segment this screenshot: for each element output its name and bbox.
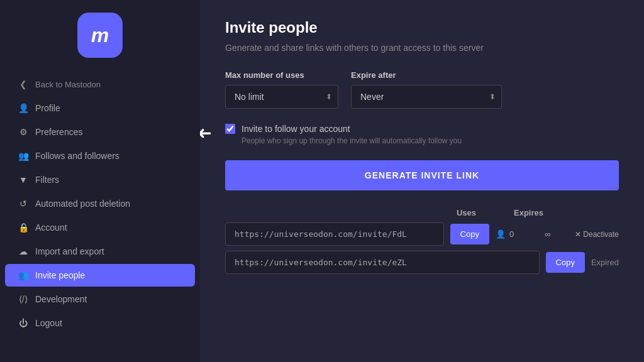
nav-label-auto-delete: Automated post deletion <box>35 199 130 209</box>
arrow-annotation-icon: ➜ <box>200 123 212 143</box>
sidebar-item-filters[interactable]: ▼Filters <box>5 168 195 191</box>
page-subtitle: Generate and share links with others to … <box>225 43 619 53</box>
sidebar-item-logout[interactable]: ⏻Logout <box>5 312 195 334</box>
nav-label-logout: Logout <box>35 318 62 328</box>
sidebar-item-back[interactable]: ❮Back to Mastodon <box>5 73 195 96</box>
nav-label-profile: Profile <box>35 103 60 113</box>
uses-value: 0 <box>509 229 514 239</box>
nav-icon-development: ⟨/⟩ <box>18 294 29 304</box>
deactivate-button-0[interactable]: ✕ Deactivate <box>575 230 619 239</box>
invite-meta-0: 👤0∞✕ Deactivate <box>496 229 619 239</box>
expire-label: Expire after <box>351 70 502 80</box>
follow-checkbox[interactable] <box>225 124 235 134</box>
max-uses-select[interactable]: No limit1 use5 uses10 uses25 uses50 uses… <box>225 85 338 109</box>
nav-icon-profile: 👤 <box>18 103 29 113</box>
sidebar-item-development[interactable]: ⟨/⟩Development <box>5 288 195 310</box>
table-header: Uses Expires <box>225 208 619 222</box>
checkbox-hint: People who sign up through the invite wi… <box>242 136 462 145</box>
sidebar-item-follows[interactable]: 👥Follows and followers <box>5 145 195 167</box>
nav-label-filters: Filters <box>35 175 59 185</box>
checkbox-row: ➜ Invite to follow your account People w… <box>225 124 619 145</box>
expire-select[interactable]: Never30 minutes1 hour6 hours12 hours1 da… <box>351 85 502 109</box>
nav-label-preferences: Preferences <box>35 127 82 137</box>
nav-icon-invite: 👥 <box>18 270 29 280</box>
sidebar-item-invite[interactable]: 👥Invite people <box>5 264 195 287</box>
copy-button-0[interactable]: Copy <box>450 224 489 244</box>
nav-label-back: Back to Mastodon <box>35 80 101 89</box>
person-icon: 👤 <box>496 229 506 239</box>
max-uses-label: Max number of uses <box>225 70 338 80</box>
sidebar-item-preferences[interactable]: ⚙Preferences <box>5 121 195 143</box>
sidebar-nav: ❮Back to Mastodon👤Profile⚙Preferences👥Fo… <box>0 73 200 336</box>
invite-url-1: https://universeodon.com/invite/eZL <box>225 251 540 274</box>
nav-icon-preferences: ⚙ <box>18 127 29 137</box>
nav-label-development: Development <box>35 294 87 304</box>
nav-label-import-export: Import and export <box>35 246 104 256</box>
nav-label-account: Account <box>35 222 67 233</box>
checkbox-label-row: Invite to follow your account <box>225 124 462 134</box>
max-uses-select-wrapper: No limit1 use5 uses10 uses25 uses50 uses… <box>225 85 338 109</box>
expires-header: Expires <box>514 208 543 217</box>
nav-icon-account: 🔒 <box>18 222 29 233</box>
expire-select-wrapper: Never30 minutes1 hour6 hours12 hours1 da… <box>351 85 502 109</box>
logo-text: m <box>91 24 109 47</box>
nav-icon-back: ❮ <box>18 79 29 89</box>
nav-label-follows: Follows and followers <box>35 151 119 161</box>
nav-icon-logout: ⏻ <box>18 318 29 328</box>
app-logo: m <box>77 13 123 58</box>
sidebar-item-account[interactable]: 🔒Account <box>5 216 195 239</box>
uses-header: Uses <box>457 208 476 217</box>
invite-rows-container: https://universeodon.com/invite/FdLCopy👤… <box>225 222 619 274</box>
nav-label-invite: Invite people <box>35 270 85 280</box>
sidebar: m ❮Back to Mastodon👤Profile⚙Preferences👥… <box>0 0 200 362</box>
main-content: Invite people Generate and share links w… <box>200 0 644 362</box>
invite-row: https://universeodon.com/invite/eZLCopyE… <box>225 251 619 274</box>
expire-group: Expire after Never30 minutes1 hour6 hour… <box>351 70 502 109</box>
invite-url-0: https://universeodon.com/invite/FdL <box>225 222 444 246</box>
uses-count-0: 👤0 <box>496 229 521 239</box>
max-uses-group: Max number of uses No limit1 use5 uses10… <box>225 70 338 109</box>
sidebar-item-auto-delete[interactable]: ↺Automated post deletion <box>5 192 195 215</box>
sidebar-item-profile[interactable]: 👤Profile <box>5 97 195 119</box>
sidebar-item-import-export[interactable]: ☁Import and export <box>5 240 195 263</box>
nav-icon-follows: 👥 <box>18 151 29 161</box>
generate-invite-button[interactable]: GENERATE INVITE LINK <box>225 160 619 190</box>
nav-icon-auto-delete: ↺ <box>18 199 29 209</box>
page-title: Invite people <box>225 19 619 36</box>
expired-badge-1: Expired <box>591 258 619 267</box>
invite-row: https://universeodon.com/invite/FdLCopy👤… <box>225 222 619 246</box>
nav-icon-filters: ▼ <box>18 175 29 185</box>
expires-value-0: ∞ <box>538 229 557 239</box>
nav-icon-import-export: ☁ <box>18 246 29 256</box>
copy-button-1[interactable]: Copy <box>546 252 585 273</box>
checkbox-label[interactable]: Invite to follow your account <box>242 124 350 134</box>
form-row: Max number of uses No limit1 use5 uses10… <box>225 70 619 109</box>
checkbox-wrapper: Invite to follow your account People who… <box>225 124 462 145</box>
